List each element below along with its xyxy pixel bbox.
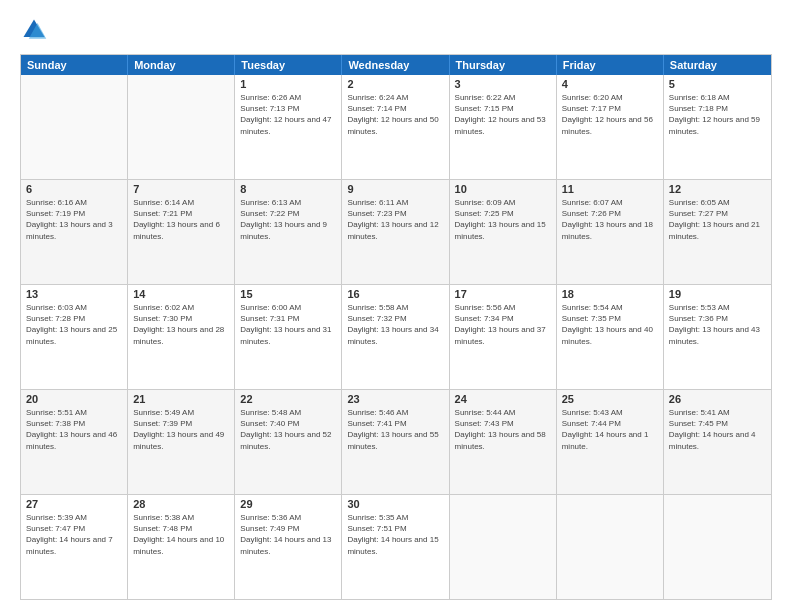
- day-number: 21: [133, 393, 229, 405]
- day-cell: [21, 75, 128, 179]
- day-number: 7: [133, 183, 229, 195]
- day-number: 12: [669, 183, 766, 195]
- day-info: Sunrise: 6:03 AM Sunset: 7:28 PM Dayligh…: [26, 302, 122, 347]
- day-cell: 19Sunrise: 5:53 AM Sunset: 7:36 PM Dayli…: [664, 285, 771, 389]
- day-cell: 23Sunrise: 5:46 AM Sunset: 7:41 PM Dayli…: [342, 390, 449, 494]
- day-info: Sunrise: 5:56 AM Sunset: 7:34 PM Dayligh…: [455, 302, 551, 347]
- day-cell: 3Sunrise: 6:22 AM Sunset: 7:15 PM Daylig…: [450, 75, 557, 179]
- week-row: 20Sunrise: 5:51 AM Sunset: 7:38 PM Dayli…: [21, 390, 771, 495]
- day-info: Sunrise: 5:41 AM Sunset: 7:45 PM Dayligh…: [669, 407, 766, 452]
- day-cell: [557, 495, 664, 599]
- day-number: 4: [562, 78, 658, 90]
- day-number: 15: [240, 288, 336, 300]
- day-info: Sunrise: 5:49 AM Sunset: 7:39 PM Dayligh…: [133, 407, 229, 452]
- day-info: Sunrise: 6:05 AM Sunset: 7:27 PM Dayligh…: [669, 197, 766, 242]
- day-cell: 4Sunrise: 6:20 AM Sunset: 7:17 PM Daylig…: [557, 75, 664, 179]
- day-cell: 24Sunrise: 5:44 AM Sunset: 7:43 PM Dayli…: [450, 390, 557, 494]
- day-cell: 1Sunrise: 6:26 AM Sunset: 7:13 PM Daylig…: [235, 75, 342, 179]
- day-number: 17: [455, 288, 551, 300]
- day-number: 30: [347, 498, 443, 510]
- day-cell: 25Sunrise: 5:43 AM Sunset: 7:44 PM Dayli…: [557, 390, 664, 494]
- day-number: 23: [347, 393, 443, 405]
- day-number: 25: [562, 393, 658, 405]
- day-info: Sunrise: 6:20 AM Sunset: 7:17 PM Dayligh…: [562, 92, 658, 137]
- day-number: 16: [347, 288, 443, 300]
- day-info: Sunrise: 6:26 AM Sunset: 7:13 PM Dayligh…: [240, 92, 336, 137]
- day-info: Sunrise: 6:14 AM Sunset: 7:21 PM Dayligh…: [133, 197, 229, 242]
- day-info: Sunrise: 6:11 AM Sunset: 7:23 PM Dayligh…: [347, 197, 443, 242]
- calendar: SundayMondayTuesdayWednesdayThursdayFrid…: [20, 54, 772, 600]
- day-number: 10: [455, 183, 551, 195]
- day-cell: 27Sunrise: 5:39 AM Sunset: 7:47 PM Dayli…: [21, 495, 128, 599]
- logo: [20, 16, 52, 44]
- week-row: 1Sunrise: 6:26 AM Sunset: 7:13 PM Daylig…: [21, 75, 771, 180]
- day-info: Sunrise: 5:43 AM Sunset: 7:44 PM Dayligh…: [562, 407, 658, 452]
- day-number: 22: [240, 393, 336, 405]
- day-info: Sunrise: 6:13 AM Sunset: 7:22 PM Dayligh…: [240, 197, 336, 242]
- day-number: 20: [26, 393, 122, 405]
- day-cell: 15Sunrise: 6:00 AM Sunset: 7:31 PM Dayli…: [235, 285, 342, 389]
- day-number: 13: [26, 288, 122, 300]
- day-info: Sunrise: 5:54 AM Sunset: 7:35 PM Dayligh…: [562, 302, 658, 347]
- day-info: Sunrise: 5:46 AM Sunset: 7:41 PM Dayligh…: [347, 407, 443, 452]
- day-info: Sunrise: 5:53 AM Sunset: 7:36 PM Dayligh…: [669, 302, 766, 347]
- day-info: Sunrise: 6:16 AM Sunset: 7:19 PM Dayligh…: [26, 197, 122, 242]
- day-cell: 17Sunrise: 5:56 AM Sunset: 7:34 PM Dayli…: [450, 285, 557, 389]
- day-info: Sunrise: 6:24 AM Sunset: 7:14 PM Dayligh…: [347, 92, 443, 137]
- day-info: Sunrise: 5:35 AM Sunset: 7:51 PM Dayligh…: [347, 512, 443, 557]
- day-cell: [664, 495, 771, 599]
- day-header: Saturday: [664, 55, 771, 75]
- day-info: Sunrise: 5:58 AM Sunset: 7:32 PM Dayligh…: [347, 302, 443, 347]
- logo-icon: [20, 16, 48, 44]
- day-cell: 16Sunrise: 5:58 AM Sunset: 7:32 PM Dayli…: [342, 285, 449, 389]
- week-row: 13Sunrise: 6:03 AM Sunset: 7:28 PM Dayli…: [21, 285, 771, 390]
- day-number: 8: [240, 183, 336, 195]
- day-number: 9: [347, 183, 443, 195]
- day-header: Thursday: [450, 55, 557, 75]
- day-cell: 2Sunrise: 6:24 AM Sunset: 7:14 PM Daylig…: [342, 75, 449, 179]
- day-info: Sunrise: 6:18 AM Sunset: 7:18 PM Dayligh…: [669, 92, 766, 137]
- day-number: 29: [240, 498, 336, 510]
- day-cell: 21Sunrise: 5:49 AM Sunset: 7:39 PM Dayli…: [128, 390, 235, 494]
- day-number: 24: [455, 393, 551, 405]
- calendar-body: 1Sunrise: 6:26 AM Sunset: 7:13 PM Daylig…: [21, 75, 771, 599]
- day-cell: [128, 75, 235, 179]
- day-cell: 8Sunrise: 6:13 AM Sunset: 7:22 PM Daylig…: [235, 180, 342, 284]
- day-info: Sunrise: 5:36 AM Sunset: 7:49 PM Dayligh…: [240, 512, 336, 557]
- day-number: 3: [455, 78, 551, 90]
- day-number: 28: [133, 498, 229, 510]
- day-cell: 29Sunrise: 5:36 AM Sunset: 7:49 PM Dayli…: [235, 495, 342, 599]
- day-header: Monday: [128, 55, 235, 75]
- day-info: Sunrise: 5:44 AM Sunset: 7:43 PM Dayligh…: [455, 407, 551, 452]
- day-info: Sunrise: 6:09 AM Sunset: 7:25 PM Dayligh…: [455, 197, 551, 242]
- day-info: Sunrise: 5:51 AM Sunset: 7:38 PM Dayligh…: [26, 407, 122, 452]
- day-header: Sunday: [21, 55, 128, 75]
- day-header: Wednesday: [342, 55, 449, 75]
- day-number: 18: [562, 288, 658, 300]
- day-cell: 12Sunrise: 6:05 AM Sunset: 7:27 PM Dayli…: [664, 180, 771, 284]
- day-cell: 20Sunrise: 5:51 AM Sunset: 7:38 PM Dayli…: [21, 390, 128, 494]
- day-info: Sunrise: 6:07 AM Sunset: 7:26 PM Dayligh…: [562, 197, 658, 242]
- week-row: 27Sunrise: 5:39 AM Sunset: 7:47 PM Dayli…: [21, 495, 771, 599]
- day-cell: 9Sunrise: 6:11 AM Sunset: 7:23 PM Daylig…: [342, 180, 449, 284]
- day-number: 6: [26, 183, 122, 195]
- day-cell: 26Sunrise: 5:41 AM Sunset: 7:45 PM Dayli…: [664, 390, 771, 494]
- day-number: 11: [562, 183, 658, 195]
- header: [20, 16, 772, 44]
- day-info: Sunrise: 5:38 AM Sunset: 7:48 PM Dayligh…: [133, 512, 229, 557]
- day-header: Friday: [557, 55, 664, 75]
- day-cell: 30Sunrise: 5:35 AM Sunset: 7:51 PM Dayli…: [342, 495, 449, 599]
- day-number: 5: [669, 78, 766, 90]
- page: SundayMondayTuesdayWednesdayThursdayFrid…: [0, 0, 792, 612]
- day-cell: 5Sunrise: 6:18 AM Sunset: 7:18 PM Daylig…: [664, 75, 771, 179]
- day-headers: SundayMondayTuesdayWednesdayThursdayFrid…: [21, 55, 771, 75]
- day-cell: [450, 495, 557, 599]
- day-cell: 6Sunrise: 6:16 AM Sunset: 7:19 PM Daylig…: [21, 180, 128, 284]
- day-info: Sunrise: 5:39 AM Sunset: 7:47 PM Dayligh…: [26, 512, 122, 557]
- day-cell: 13Sunrise: 6:03 AM Sunset: 7:28 PM Dayli…: [21, 285, 128, 389]
- day-info: Sunrise: 6:00 AM Sunset: 7:31 PM Dayligh…: [240, 302, 336, 347]
- day-number: 27: [26, 498, 122, 510]
- day-number: 2: [347, 78, 443, 90]
- day-number: 14: [133, 288, 229, 300]
- day-cell: 10Sunrise: 6:09 AM Sunset: 7:25 PM Dayli…: [450, 180, 557, 284]
